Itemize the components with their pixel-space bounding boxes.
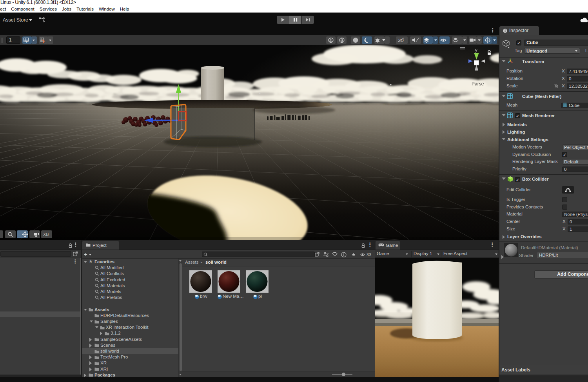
- svg-text:XB: XB: [43, 232, 49, 237]
- svg-text:33: 33: [367, 252, 371, 257]
- svg-text:Y: Y: [25, 40, 28, 43]
- svg-text:y: y: [475, 48, 477, 53]
